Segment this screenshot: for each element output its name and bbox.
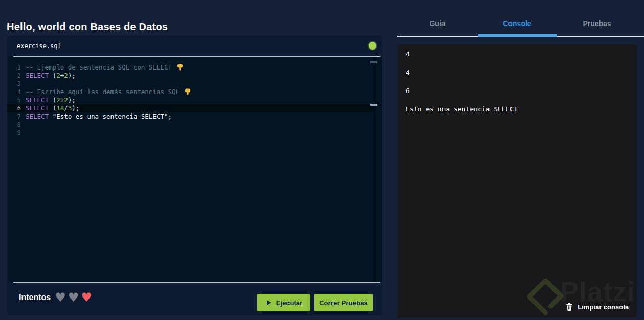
code-line-text: SELECT "Esto es una sentencia SELECT"; (26, 112, 172, 121)
line-number: 5 (7, 96, 21, 104)
attempts-hearts: ♥♥♥ (55, 292, 92, 303)
console-line: Esto es una sentencia SELECT (397, 100, 637, 118)
code-token: SELECT (26, 72, 49, 79)
line-number: 6 (7, 104, 21, 112)
code-token: -- Escribe aquí las demás sentencias SQL (26, 88, 184, 96)
active-line-marker (370, 104, 377, 106)
tab-console[interactable]: Console (477, 17, 557, 33)
line-number: 4 (7, 88, 21, 96)
run-tests-button-label: Correr Pruebas (319, 299, 368, 307)
attempts-label: Intentos (19, 293, 51, 302)
code-token: 2 (64, 72, 68, 79)
code-line[interactable]: 5SELECT (2+2); (7, 96, 374, 104)
heart-icon: ♥ (55, 292, 66, 303)
clear-console-button[interactable]: Limpiar consola (566, 303, 629, 311)
console-panel: Platzi 446Esto es una sentencia SELECT L… (397, 44, 637, 318)
tab-pruebas[interactable]: Pruebas (557, 17, 637, 33)
code-token: / (64, 104, 68, 112)
code-line-text: -- Ejemplo de sentencia SQL con SELECT (26, 63, 183, 72)
code-token: 2 (64, 96, 68, 104)
code-line-text: SELECT (2+2); (26, 96, 76, 104)
code-token: SELECT (26, 104, 49, 112)
tabbar: GuíaConsolePruebas (397, 17, 637, 33)
editor-overview-ruler[interactable] (374, 57, 374, 282)
code-token: SELECT (26, 96, 49, 104)
code-line[interactable]: 1-- Ejemplo de sentencia SQL con SELECT (7, 63, 374, 72)
line-number: 9 (7, 129, 21, 137)
code-token: ); (68, 72, 76, 79)
console-line: 6 (397, 81, 637, 100)
trash-icon (566, 303, 573, 311)
run-tests-button[interactable]: Correr Pruebas (314, 294, 373, 311)
code-line[interactable]: 6SELECT (18/3); (7, 104, 374, 112)
heart-icon: ♥ (81, 292, 92, 303)
backhand-index-pointing-down-emoji (185, 88, 191, 97)
console-line: 4 (397, 44, 637, 63)
status-dot-icon (369, 42, 376, 50)
console-output: 446Esto es una sentencia SELECT (397, 44, 637, 118)
active-tab-indicator (478, 34, 557, 37)
code-token: ( (49, 104, 56, 112)
run-button[interactable]: Ejecutar (257, 294, 310, 311)
code-line[interactable]: 2SELECT (2+2); (7, 72, 374, 80)
line-number: 7 (7, 112, 21, 121)
code-token: 18 (56, 104, 64, 112)
code-token: ); (72, 104, 79, 112)
editor-header: exercise.sql (7, 36, 382, 56)
tab-guia[interactable]: Guía (397, 17, 477, 33)
code-token: "Esto es una sentencia SELECT" (53, 112, 168, 120)
clear-console-label: Limpiar consola (578, 303, 629, 311)
play-icon (265, 300, 272, 306)
line-number: 3 (7, 80, 21, 88)
code-line-text: SELECT (2+2); (26, 72, 76, 80)
code-token: ( (49, 96, 56, 104)
run-button-label: Ejecutar (276, 299, 302, 307)
code-token: ( (49, 72, 56, 79)
code-line[interactable]: 9 (7, 129, 374, 137)
code-token: ; (168, 112, 172, 120)
code-token: ); (68, 96, 76, 104)
code-token (49, 112, 53, 120)
code-line-text: SELECT (18/3); (26, 104, 79, 112)
code-line[interactable]: 4-- Escribe aquí las demás sentencias SQ… (7, 88, 374, 96)
heart-icon: ♥ (68, 292, 79, 303)
line-number: 1 (7, 63, 21, 72)
line-number: 2 (7, 72, 21, 80)
editor-footer: Intentos ♥♥♥ Ejecutar Correr Pruebas (7, 283, 382, 315)
backhand-index-pointing-down-emoji (177, 64, 183, 73)
code-token: -- Ejemplo de sentencia SQL con SELECT (26, 63, 176, 71)
editor-panel: exercise.sql 1-- Ejemplo de sentencia SQ… (7, 36, 382, 315)
code-line[interactable]: 8 (7, 121, 374, 129)
console-line: 4 (397, 63, 637, 81)
code-lines: 1-- Ejemplo de sentencia SQL con SELECT … (7, 63, 382, 137)
code-line[interactable]: 7SELECT "Esto es una sentencia SELECT"; (7, 112, 374, 121)
platzi-logo-watermark (526, 278, 563, 318)
line-number: 8 (7, 121, 21, 129)
page-title: Hello, world con Bases de Datos (7, 21, 168, 33)
attempts: Intentos ♥♥♥ (19, 292, 92, 303)
code-editor[interactable]: 1-- Ejemplo de sentencia SQL con SELECT … (7, 57, 382, 282)
scrollbar-thumb[interactable] (370, 61, 377, 63)
code-token: SELECT (26, 112, 49, 120)
code-line-text: -- Escribe aquí las demás sentencias SQL (26, 88, 191, 96)
editor-filename: exercise.sql (17, 42, 61, 50)
code-token: 2 (56, 96, 60, 104)
code-line[interactable]: 3 (7, 80, 374, 88)
code-token: 2 (56, 72, 60, 79)
